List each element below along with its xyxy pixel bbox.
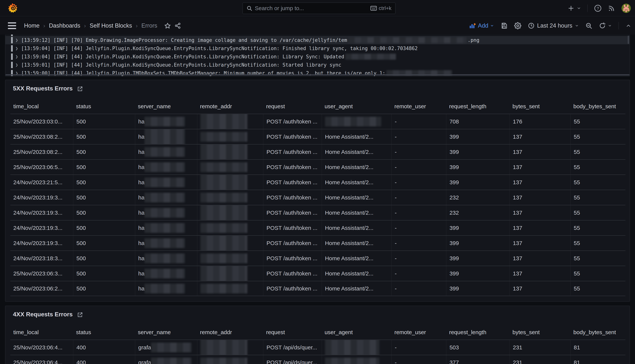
redacted-value	[144, 129, 185, 144]
breadcrumb-folder[interactable]: Self Host Blocks	[90, 22, 132, 29]
table-cell: 55	[570, 129, 626, 144]
kiosk-collapse-button[interactable]	[626, 23, 631, 28]
cell-text: 25/Nov/2023:06:4...	[13, 344, 62, 351]
table-cell: -	[392, 190, 446, 205]
time-range-picker[interactable]: Last 24 hours	[528, 22, 579, 29]
cell-text: 137	[513, 225, 522, 231]
breadcrumb-home[interactable]: Home	[24, 22, 40, 29]
news-icon	[608, 5, 615, 12]
menu-icon[interactable]	[8, 22, 16, 29]
table-cell: -	[392, 340, 446, 355]
cell-text: -	[395, 194, 397, 201]
refresh-button[interactable]	[599, 22, 612, 29]
table-cell: 24/Nov/2023:19:3...	[10, 205, 73, 220]
expand-chevron-icon[interactable]: ❯	[16, 54, 18, 59]
column-header-time_local[interactable]: time_local	[10, 99, 73, 114]
new-button[interactable]	[568, 5, 581, 12]
table-cell: -	[392, 205, 446, 220]
expand-chevron-icon[interactable]: ❯	[16, 38, 18, 43]
column-header-remote_addr[interactable]: remote_addr	[197, 99, 263, 114]
svg-text:?: ?	[597, 6, 599, 11]
grafana-logo-icon[interactable]	[8, 3, 18, 13]
log-row[interactable]: ❯[13:59:04] [INF] [44] Jellyfin.Plugin.K…	[6, 52, 630, 61]
cell-text: ha	[138, 270, 144, 277]
expand-chevron-icon[interactable]: ❯	[16, 62, 18, 68]
breadcrumb-dashboards[interactable]: Dashboards	[49, 22, 80, 29]
table-cell: 55	[570, 220, 626, 235]
zoom-out-button[interactable]	[586, 22, 592, 29]
column-header-user_agent[interactable]: user_agent	[322, 325, 392, 340]
table-row[interactable]: 25/Nov/2023:08:2...500haPOST /auth/token…	[10, 129, 626, 144]
cell-text: 55	[574, 240, 580, 246]
table-row[interactable]: 25/Nov/2023:06:4...400grafaPOST /api/ds/…	[10, 340, 626, 355]
table-cell: 500	[73, 236, 135, 250]
news-button[interactable]	[608, 5, 615, 12]
table-cell: 232	[446, 190, 510, 205]
column-header-request_length[interactable]: request_length	[446, 325, 510, 340]
table-cell	[197, 190, 263, 205]
column-header-status[interactable]: status	[73, 99, 135, 114]
column-header-server_name[interactable]: server_name	[135, 325, 197, 340]
column-header-body_bytes_sent[interactable]: body_bytes_sent	[570, 325, 626, 340]
column-header-user_agent[interactable]: user_agent	[322, 99, 392, 114]
column-header-request_length[interactable]: request_length	[446, 99, 510, 114]
save-button[interactable]	[501, 22, 508, 29]
table-row[interactable]: 24/Nov/2023:18:3...500haPOST /auth/token…	[10, 250, 626, 266]
vertical-scrollbar[interactable]	[628, 36, 629, 44]
avatar[interactable]	[622, 4, 631, 13]
table-row[interactable]: 25/Nov/2023:06:3...500haPOST /auth/token…	[10, 266, 626, 281]
help-button[interactable]: ?	[594, 4, 602, 12]
cell-text: ha	[138, 118, 144, 125]
external-link-icon[interactable]	[77, 312, 83, 318]
add-button[interactable]: Add	[469, 22, 494, 29]
clock-icon	[528, 22, 534, 29]
table-row[interactable]: 24/Nov/2023:19:3...500haPOST /auth/token…	[10, 190, 626, 205]
horizontal-scrollbar[interactable]	[6, 74, 630, 76]
log-row[interactable]: ❯[13:59:04] [INF] [44] Jellyfin.Plugin.K…	[6, 44, 630, 52]
column-header-time_local[interactable]: time_local	[10, 325, 73, 340]
external-link-icon[interactable]	[77, 86, 83, 92]
column-header-bytes_sent[interactable]: bytes_sent	[510, 325, 570, 340]
table-row[interactable]: 24/Nov/2023:19:3...500haPOST /auth/token…	[10, 220, 626, 235]
table-row[interactable]: 24/Nov/2023:19:3...500haPOST /auth/token…	[10, 235, 626, 250]
column-header-remote_user[interactable]: remote_user	[392, 325, 446, 340]
table-row[interactable]: 25/Nov/2023:03:0...500haPOST /auth/token…	[10, 114, 626, 129]
table-cell: 55	[570, 190, 626, 205]
column-header-body_bytes_sent[interactable]: body_bytes_sent	[570, 99, 626, 114]
table-row[interactable]: 25/Nov/2023:06:4...400grafaPOST /api/ds/…	[10, 355, 626, 364]
table-row[interactable]: 25/Nov/2023:06:5...500haPOST /auth/token…	[10, 159, 626, 174]
table-row[interactable]: 24/Nov/2023:21:5...500haPOST /auth/token…	[10, 174, 626, 190]
column-header-remote_user[interactable]: remote_user	[392, 99, 446, 114]
table-row[interactable]: 25/Nov/2023:08:2...500haPOST /auth/token…	[10, 144, 626, 159]
table-row[interactable]: 24/Nov/2023:19:3...500haPOST /auth/token…	[10, 205, 626, 220]
cell-text: 399	[450, 270, 459, 277]
cell-text: -	[395, 240, 397, 246]
table-cell: 399	[446, 129, 510, 144]
expand-chevron-icon[interactable]: ❯	[16, 46, 18, 51]
log-row[interactable]: ❯[13:59:01] [INF] [44] Jellyfin.Plugin.K…	[6, 61, 630, 69]
log-row[interactable]	[6, 34, 630, 36]
table-cell: 500	[73, 281, 135, 296]
column-header-remote_addr[interactable]: remote_addr	[197, 325, 263, 340]
column-header-bytes_sent[interactable]: bytes_sent	[510, 99, 570, 114]
favorite-button[interactable]	[164, 22, 171, 29]
table-cell	[197, 175, 263, 190]
column-header-status[interactable]: status	[73, 325, 135, 340]
redacted-value	[200, 144, 247, 159]
panel-title[interactable]: 4XX Requests Errors	[6, 306, 630, 318]
search-input[interactable]: Search or jump to... ctrl+k	[242, 2, 396, 14]
cell-text: 24/Nov/2023:19:3...	[13, 194, 62, 201]
cell-text: -	[395, 134, 397, 140]
cell-text: 500	[76, 194, 86, 201]
table-row[interactable]: 25/Nov/2023:06:2...500haPOST /auth/token…	[10, 281, 626, 296]
column-header-request[interactable]: request	[263, 325, 322, 340]
cell-text: -	[395, 210, 397, 216]
dashboard-settings-button[interactable]	[514, 22, 521, 29]
table-cell: 81	[570, 355, 626, 364]
column-header-server_name[interactable]: server_name	[135, 99, 197, 114]
column-header-request[interactable]: request	[263, 99, 322, 114]
log-row[interactable]: ❯[13:59:12] [INF] [70] Emby.Drawing.Imag…	[6, 36, 630, 44]
panel-title[interactable]: 5XX Requests Errors	[6, 80, 630, 92]
cell-text: 137	[513, 179, 522, 186]
share-button[interactable]	[174, 22, 181, 29]
